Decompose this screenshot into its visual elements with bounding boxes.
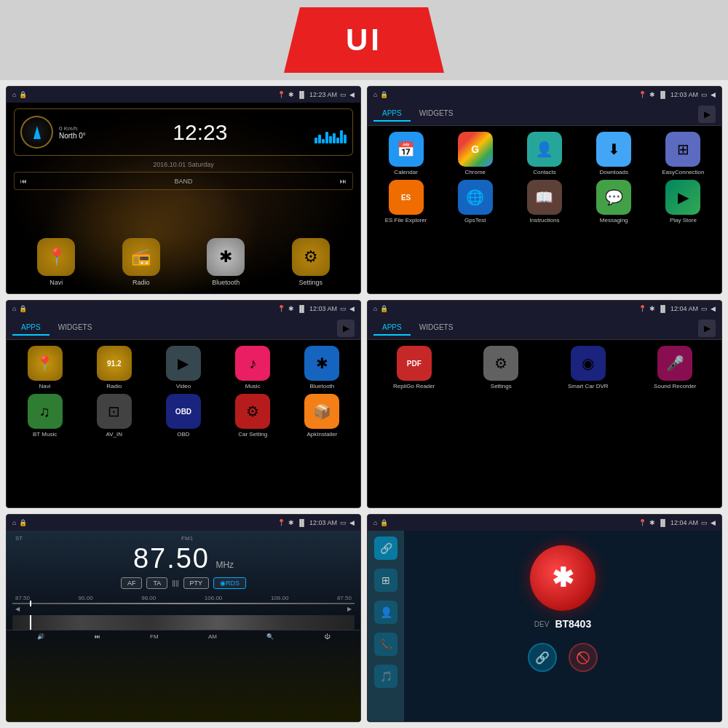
contacts-icon[interactable]: 👤 <box>527 132 562 167</box>
app-chrome[interactable]: G Chrome <box>443 132 507 175</box>
settings-icon[interactable]: ⚙ <box>292 238 330 276</box>
play-store-tab-3[interactable]: ▶ <box>337 320 355 337</box>
bt-person-icon[interactable]: 👤 <box>374 601 397 624</box>
bt-grid-icon[interactable]: ⊞ <box>374 569 397 592</box>
bt-music-icon[interactable]: 🎵 <box>374 665 397 688</box>
radio-search-btn[interactable]: 🔍 <box>266 633 274 640</box>
radio-am-btn[interactable]: AM <box>208 633 217 640</box>
app-messaging[interactable]: 💬 Messaging <box>582 180 646 223</box>
radio-skip-btn[interactable]: ⏭ <box>95 633 100 640</box>
app-bluetooth2[interactable]: ✱ Bluetooth <box>290 346 355 389</box>
avin-icon[interactable]: ⊡ <box>97 394 132 429</box>
back-btn[interactable]: ◀ <box>349 91 355 98</box>
bt-action-row: 🔗 🚫 <box>528 643 598 672</box>
music-icon[interactable]: ♪ <box>235 346 270 381</box>
navi-item[interactable]: 📍 Navi <box>37 238 75 286</box>
dvr-icon[interactable]: ◉ <box>571 346 606 381</box>
gpstest-icon[interactable]: 🌐 <box>458 180 493 215</box>
app-video[interactable]: ▶ Video <box>151 346 215 389</box>
tab-widgets-3[interactable]: WIDGETS <box>50 320 101 336</box>
app-carset[interactable]: ⚙ Car Setting <box>221 394 285 438</box>
messaging-icon[interactable]: 💬 <box>596 180 631 215</box>
esfile-icon[interactable]: ES <box>389 180 424 215</box>
back-btn-3[interactable]: ◀ <box>349 305 355 312</box>
bt-link-icon[interactable]: 🔗 <box>374 537 397 560</box>
app-playstore[interactable]: ▶ Play Store <box>651 180 716 223</box>
downloads-icon[interactable]: ⬇ <box>596 132 631 167</box>
tab-apps-3[interactable]: APPS <box>12 320 50 336</box>
settings2-icon[interactable]: ⚙ <box>483 346 518 381</box>
soundrec-icon[interactable]: 🎤 <box>657 346 692 381</box>
home-icon: ⌂ <box>12 91 16 98</box>
radio-rds-btn[interactable]: ◉RDS <box>213 577 246 589</box>
navi2-icon[interactable]: 📍 <box>28 346 63 381</box>
tab-apps-4[interactable]: APPS <box>373 320 411 336</box>
calendar-icon[interactable]: 📅 <box>389 132 424 167</box>
tab-apps-2[interactable]: APPS <box>373 106 411 122</box>
app-soundrec[interactable]: 🎤 Sound Recorder <box>635 346 716 389</box>
radio2-icon[interactable]: 91.2 <box>97 346 132 381</box>
radio-ta-btn[interactable]: TA <box>146 577 167 589</box>
app-apk[interactable]: 📦 ApkInstaller <box>290 394 355 438</box>
compass <box>20 116 53 149</box>
radio-fm-btn[interactable]: FM <box>150 633 159 640</box>
radio-item[interactable]: 📻 Radio <box>122 238 160 286</box>
apk-icon[interactable]: 📦 <box>304 394 339 429</box>
video-icon[interactable]: ▶ <box>166 346 201 381</box>
app-repligo[interactable]: PDF RepliGo Reader <box>373 346 455 389</box>
easyconn-icon[interactable]: ⊞ <box>665 132 700 167</box>
chrome-icon[interactable]: G <box>458 132 493 167</box>
repligo-icon[interactable]: PDF <box>397 346 432 381</box>
bt-disconnect-btn[interactable]: 🚫 <box>569 643 598 672</box>
tab-widgets-4[interactable]: WIDGETS <box>411 320 462 336</box>
back-btn-5[interactable]: ◀ <box>349 519 355 526</box>
repligo-label: RepliGo Reader <box>393 383 435 389</box>
back-btn-4[interactable]: ◀ <box>711 305 716 312</box>
radio-volume-btn[interactable]: 🔊 <box>37 633 44 640</box>
radio-icon[interactable]: 📻 <box>122 238 160 276</box>
play-store-tab-4[interactable]: ▶ <box>698 320 716 337</box>
bt-main-content: ✱ DEV BT8403 🔗 🚫 <box>404 531 721 721</box>
radio-af-btn[interactable]: AF <box>121 577 143 589</box>
back-btn-6[interactable]: ◀ <box>711 519 716 526</box>
app-navi2[interactable]: 📍 Navi <box>12 346 77 389</box>
app-radio2[interactable]: 91.2 Radio <box>82 346 146 389</box>
radio-power-btn[interactable]: ⏻ <box>324 633 330 640</box>
tab-widgets-2[interactable]: WIDGETS <box>411 106 462 122</box>
app-btmusic[interactable]: ♫ BT Music <box>12 394 77 438</box>
time-display-5: 12:03 AM <box>309 519 337 526</box>
obd-icon[interactable]: OBD <box>166 394 201 429</box>
app-instructions[interactable]: 📖 Instructions <box>512 180 577 223</box>
radio-band-label: FM1 <box>181 535 193 542</box>
app-dvr[interactable]: ◉ Smart Car DVR <box>547 346 629 389</box>
app-contacts[interactable]: 👤 Contacts <box>512 132 577 175</box>
radio-pty-btn[interactable]: PTY <box>183 577 210 589</box>
navi-icon[interactable]: 📍 <box>37 238 75 276</box>
home-icon-4: ⌂ <box>373 305 377 312</box>
app-settings2[interactable]: ⚙ Settings <box>461 346 542 389</box>
bluetooth2-icon[interactable]: ✱ <box>304 346 339 381</box>
bluetooth-item[interactable]: ✱ Bluetooth <box>207 238 245 286</box>
play-store-tab-2[interactable]: ▶ <box>698 106 716 123</box>
app-easyconn[interactable]: ⊞ EasyConnection <box>651 132 716 175</box>
bt-connect-btn[interactable]: 🔗 <box>528 643 557 672</box>
instructions-icon[interactable]: 📖 <box>527 180 562 215</box>
app-avin[interactable]: ⊡ AV_IN <box>82 394 146 438</box>
bluetooth-icon[interactable]: ✱ <box>207 238 245 276</box>
playstore-icon[interactable]: ▶ <box>665 180 700 215</box>
back-btn-2[interactable]: ◀ <box>711 91 716 98</box>
btmusic-icon[interactable]: ♫ <box>28 394 63 429</box>
app-music[interactable]: ♪ Music <box>221 346 285 389</box>
app-esfile[interactable]: ES ES File Explorer <box>373 180 438 223</box>
app-obd[interactable]: OBD OBD <box>151 394 215 438</box>
settings-item[interactable]: ⚙ Settings <box>292 238 330 286</box>
next-btn[interactable]: ⏭ <box>340 178 347 185</box>
app-downloads[interactable]: ⬇ Downloads <box>582 132 646 175</box>
carset-icon[interactable]: ⚙ <box>235 394 270 429</box>
prev-btn[interactable]: ⏮ <box>20 178 27 185</box>
app-calendar[interactable]: 📅 Calendar <box>373 132 438 175</box>
app-gpstest[interactable]: 🌐 GpsTest <box>443 180 507 223</box>
bt-phone-icon[interactable]: 📞 <box>374 633 397 656</box>
freq-3: 98.00 <box>141 595 156 601</box>
gpstest-label: GpsTest <box>464 217 486 223</box>
